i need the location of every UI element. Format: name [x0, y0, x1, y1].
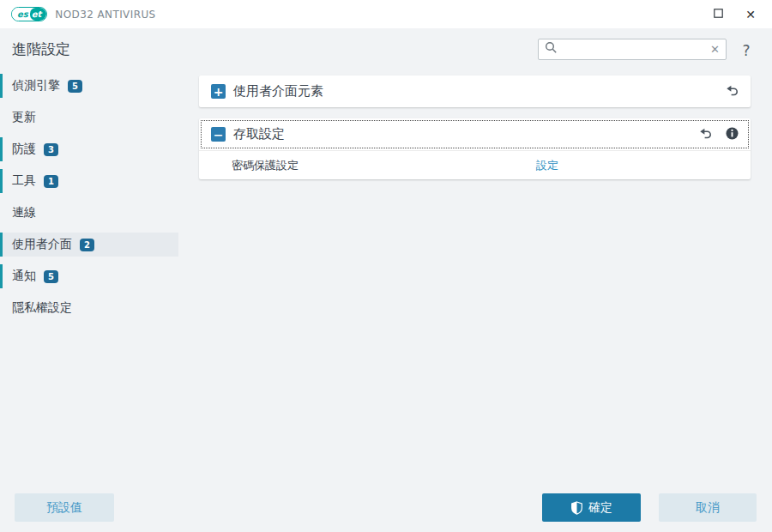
search-box: ✕ — [538, 39, 727, 60]
sidebar-item-5[interactable]: 連線 — [0, 201, 178, 225]
help-button[interactable]: ? — [736, 39, 757, 60]
section-title: 存取設定 — [233, 126, 285, 142]
info-icon — [726, 127, 739, 142]
sidebar-item-1[interactable]: 偵測引擎5 — [0, 74, 178, 98]
revert-button[interactable] — [697, 127, 713, 142]
expand-icon[interactable]: + — [211, 84, 226, 99]
sidebar-item-label: 使用者介面 — [12, 237, 72, 252]
sidebar-item-4[interactable]: 工具1 — [0, 169, 178, 193]
revert-icon — [725, 83, 739, 100]
sidebar-item-label: 防護 — [12, 142, 36, 157]
notification-badge: 5 — [44, 270, 58, 283]
setting-row-password-protection: 密碼保護設定 設定 — [199, 150, 751, 179]
revert-button[interactable] — [724, 84, 739, 100]
ok-button-label: 確定 — [588, 500, 612, 516]
sidebar-item-label: 通知 — [12, 269, 36, 284]
section-title: 使用者介面元素 — [233, 83, 323, 100]
sidebar-item-6[interactable]: 使用者介面2 — [0, 233, 178, 257]
sidebar-item-2[interactable]: 更新 — [0, 106, 178, 130]
titlebar: es et NOD32 ANTIVIRUS ✕ — [0, 0, 772, 28]
setting-label: 密碼保護設定 — [232, 158, 299, 173]
close-button[interactable]: ✕ — [734, 0, 767, 28]
collapse-icon[interactable]: − — [211, 127, 226, 142]
eset-logo-text-right: et — [30, 8, 47, 21]
sidebar-item-label: 偵測引擎 — [12, 78, 60, 94]
sidebar-item-label: 隱私權設定 — [12, 300, 72, 316]
revert-icon — [698, 126, 713, 143]
notification-badge: 5 — [68, 80, 82, 93]
ok-button[interactable]: 確定 — [542, 493, 641, 522]
sidebar-item-label: 更新 — [12, 110, 36, 125]
search-clear-icon[interactable]: ✕ — [710, 44, 720, 55]
setup-link[interactable]: 設定 — [536, 158, 558, 173]
section-header-access-setup[interactable]: − 存取設定 — [199, 118, 751, 150]
section-user-interface-elements: + 使用者介面元素 — [199, 76, 751, 107]
window-controls: ✕ — [702, 0, 767, 28]
notification-badge: 3 — [44, 143, 58, 156]
section-access-setup: − 存取設定 密碼保護設定 設定 — [199, 118, 751, 179]
page-title: 進階設定 — [12, 39, 70, 59]
search-input[interactable] — [561, 43, 707, 57]
sidebar-item-label: 連線 — [12, 205, 36, 221]
maximize-button[interactable] — [702, 0, 734, 28]
notification-badge: 1 — [44, 175, 58, 188]
search-icon — [545, 41, 558, 57]
app-title: NOD32 ANTIVIRUS — [55, 9, 155, 21]
sidebar-item-3[interactable]: 防護3 — [0, 137, 178, 161]
close-icon: ✕ — [745, 9, 756, 21]
sidebar-item-label: 工具 — [12, 173, 36, 189]
sidebar-item-7[interactable]: 通知5 — [0, 264, 178, 288]
eset-logo: es et — [11, 7, 47, 21]
section-header-user-interface-elements[interactable]: + 使用者介面元素 — [199, 76, 751, 107]
app-window: es et NOD32 ANTIVIRUS ✕ 進階設定 ✕ ? 偵測引擎5更新… — [0, 0, 772, 532]
sidebar: 偵測引擎5更新防護3工具1連線使用者介面2通知5隱私權設定 — [0, 74, 178, 328]
maximize-icon — [714, 8, 723, 21]
shield-icon — [570, 501, 583, 515]
eset-logo-text-left: es — [12, 8, 30, 21]
notification-badge: 2 — [80, 239, 94, 251]
default-values-button[interactable]: 預設值 — [15, 493, 114, 522]
cancel-button[interactable]: 取消 — [659, 493, 757, 522]
info-button[interactable] — [724, 127, 739, 142]
sidebar-item-8[interactable]: 隱私權設定 — [0, 296, 178, 320]
